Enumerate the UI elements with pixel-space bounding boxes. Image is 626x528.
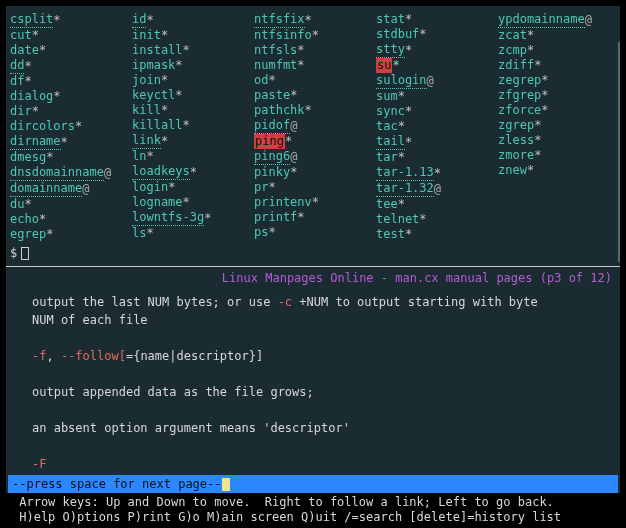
file-name: tar-1.32 — [376, 181, 434, 197]
file-entry-dmesg[interactable]: dmesg* — [10, 150, 128, 165]
file-entry-numfmt[interactable]: numfmt* — [254, 58, 372, 73]
file-entry-telnet[interactable]: telnet* — [376, 212, 494, 227]
file-entry-printf[interactable]: printf* — [254, 210, 372, 225]
file-entry-ping6[interactable]: ping6@ — [254, 149, 372, 165]
file-entry-du[interactable]: du* — [10, 197, 128, 212]
file-entry-lowntfs-3g[interactable]: lowntfs-3g* — [132, 210, 250, 226]
option-c: -c — [278, 295, 292, 309]
file-entry-df[interactable]: df* — [10, 74, 128, 89]
file-name: link — [132, 133, 161, 149]
file-entry-domainname[interactable]: domainname@ — [10, 181, 128, 197]
file-entry-su[interactable]: su* — [376, 58, 494, 73]
file-entry-zegrep[interactable]: zegrep* — [498, 73, 616, 88]
file-name: egrep — [10, 227, 46, 242]
file-entry-ln[interactable]: ln* — [132, 149, 250, 164]
file-name: ls — [132, 226, 146, 241]
file-entry-pinky[interactable]: pinky* — [254, 165, 372, 180]
file-type-mark: * — [24, 74, 31, 89]
file-entry-dialog[interactable]: dialog* — [10, 89, 128, 104]
file-entry-echo[interactable]: echo* — [10, 212, 128, 227]
file-entry-cut[interactable]: cut* — [10, 28, 128, 43]
file-entry-kill[interactable]: kill* — [132, 103, 250, 118]
file-entry-sync[interactable]: sync* — [376, 104, 494, 119]
file-entry-pathchk[interactable]: pathchk* — [254, 103, 372, 118]
file-name: zmore — [498, 148, 534, 163]
file-type-mark: * — [405, 43, 412, 58]
file-entry-tail[interactable]: tail* — [376, 134, 494, 150]
file-type-mark: * — [183, 43, 190, 58]
file-name: zcat — [498, 28, 527, 43]
file-entry-egrep[interactable]: egrep* — [10, 227, 128, 242]
file-entry-date[interactable]: date* — [10, 43, 128, 58]
file-entry-ntfsls[interactable]: ntfsls* — [254, 43, 372, 58]
file-entry-pr[interactable]: pr* — [254, 180, 372, 195]
status-bar[interactable]: -- press space for next page -- — [8, 475, 618, 493]
file-entry-killall[interactable]: killall* — [132, 118, 250, 133]
file-entry-pidof[interactable]: pidof@ — [254, 118, 372, 134]
file-entry-stat[interactable]: stat* — [376, 12, 494, 27]
pager-title: Linux Manpages Online - man.cx manual pa… — [6, 269, 620, 289]
file-type-mark: * — [534, 118, 541, 133]
file-name: logname — [132, 195, 183, 210]
file-type-mark: * — [398, 197, 405, 212]
file-entry-zcmp[interactable]: zcmp* — [498, 43, 616, 58]
file-entry-ping[interactable]: ping* — [254, 134, 372, 149]
file-name: stty — [376, 42, 405, 58]
file-entry-dirname[interactable]: dirname* — [10, 134, 128, 150]
file-entry-ipmask[interactable]: ipmask* — [132, 58, 250, 73]
file-type-mark: @ — [434, 182, 441, 197]
file-entry-csplit[interactable]: csplit* — [10, 12, 128, 28]
file-entry-loadkeys[interactable]: loadkeys* — [132, 164, 250, 180]
file-entry-stty[interactable]: stty* — [376, 42, 494, 58]
file-name: tar-1.13 — [376, 165, 434, 181]
file-entry-install[interactable]: install* — [132, 43, 250, 58]
file-entry-tac[interactable]: tac* — [376, 119, 494, 134]
file-entry-sulogin[interactable]: sulogin@ — [376, 73, 494, 89]
file-entry-tar-1.32[interactable]: tar-1.32@ — [376, 181, 494, 197]
file-type-mark: * — [175, 88, 182, 103]
file-entry-dir[interactable]: dir* — [10, 104, 128, 119]
file-entry-keyctl[interactable]: keyctl* — [132, 88, 250, 103]
file-entry-zless[interactable]: zless* — [498, 133, 616, 148]
file-entry-zfgrep[interactable]: zfgrep* — [498, 88, 616, 103]
file-entry-ls[interactable]: ls* — [132, 226, 250, 241]
file-entry-zdiff[interactable]: zdiff* — [498, 58, 616, 73]
file-entry-login[interactable]: login* — [132, 180, 250, 195]
file-entry-tar[interactable]: tar* — [376, 150, 494, 165]
file-entry-tar-1.13[interactable]: tar-1.13* — [376, 165, 494, 181]
file-entry-ps[interactable]: ps* — [254, 225, 372, 240]
scrollbar[interactable] — [618, 42, 620, 262]
file-type-mark: @ — [585, 13, 592, 28]
file-entry-paste[interactable]: paste* — [254, 88, 372, 103]
file-name: dnsdomainname — [10, 165, 104, 181]
file-entry-zcat[interactable]: zcat* — [498, 28, 616, 43]
file-entry-zgrep[interactable]: zgrep* — [498, 118, 616, 133]
file-type-mark: * — [434, 166, 441, 181]
file-entry-zforce[interactable]: zforce* — [498, 103, 616, 118]
file-type-mark: * — [398, 89, 405, 104]
file-entry-printenv[interactable]: printenv* — [254, 195, 372, 210]
file-entry-dd[interactable]: dd* — [10, 58, 128, 74]
file-entry-logname[interactable]: logname* — [132, 195, 250, 210]
shell-prompt[interactable]: $ — [6, 244, 620, 264]
file-entry-test[interactable]: test* — [376, 227, 494, 242]
file-type-mark: * — [534, 148, 541, 163]
option-f: -f — [32, 349, 46, 363]
file-entry-link[interactable]: link* — [132, 133, 250, 149]
file-entry-dnsdomainname[interactable]: dnsdomainname@ — [10, 165, 128, 181]
file-entry-ypdomainname[interactable]: ypdomainname@ — [498, 12, 616, 28]
file-entry-stdbuf[interactable]: stdbuf* — [376, 27, 494, 42]
file-entry-znew[interactable]: znew* — [498, 163, 616, 178]
file-entry-ntfsinfo[interactable]: ntfsinfo* — [254, 28, 372, 43]
file-entry-ntfsfix[interactable]: ntfsfix* — [254, 12, 372, 28]
file-entry-init[interactable]: init* — [132, 28, 250, 43]
file-entry-sum[interactable]: sum* — [376, 89, 494, 104]
file-entry-dircolors[interactable]: dircolors* — [10, 119, 128, 134]
file-entry-tee[interactable]: tee* — [376, 197, 494, 212]
file-entry-zmore[interactable]: zmore* — [498, 148, 616, 163]
file-name: pidof — [254, 118, 290, 134]
file-entry-od[interactable]: od* — [254, 73, 372, 88]
file-name: sulogin — [376, 73, 427, 89]
file-entry-join[interactable]: join* — [132, 73, 250, 88]
file-entry-id[interactable]: id* — [132, 12, 250, 28]
